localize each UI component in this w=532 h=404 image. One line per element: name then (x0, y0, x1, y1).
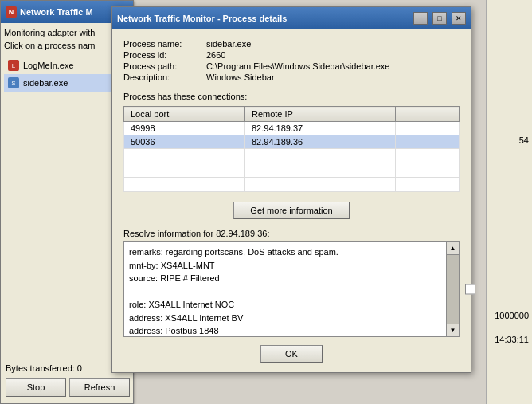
col-extra (396, 107, 460, 122)
bg-title: Network Traffic M (20, 7, 93, 17)
remote-ip-1: 82.94.189.37 (244, 122, 395, 135)
process-path-label: Process path: (123, 61, 203, 71)
resolve-line-4 (129, 285, 440, 299)
scroll-thumb (447, 255, 459, 324)
minimize-button[interactable]: _ (413, 12, 428, 25)
local-port-1: 49998 (124, 122, 245, 135)
resolve-line-6: address: XS4ALL Internet BV (129, 312, 440, 325)
remote-ip-2: 82.94.189.36 (244, 135, 395, 149)
logmein-label: LogMeIn.exe (23, 61, 74, 70)
dialog-titlebar: Network Traffic Monitor - Process detail… (112, 7, 471, 29)
resolve-line-3: source: RIPE # Filtered (129, 272, 440, 285)
bg-buttons: Stop Refresh (6, 378, 130, 397)
col-remote-ip: Remote IP (244, 107, 395, 122)
process-details-dialog: Network Traffic Monitor - Process detail… (111, 6, 471, 373)
logmein-icon: L (8, 60, 19, 71)
resolve-checkbox[interactable] (465, 284, 475, 295)
table-row[interactable]: 49998 82.94.189.37 (124, 122, 460, 135)
resolve-box[interactable]: remarks: regarding portscans, DoS attack… (123, 241, 460, 337)
process-id-label: Process id: (123, 50, 203, 60)
table-row-empty2 (124, 163, 460, 178)
ok-button[interactable]: OK (260, 345, 323, 363)
get-more-info-container: Get more information (123, 202, 460, 219)
process-id-value: 2660 (206, 50, 460, 60)
right-num2: 1000000 (495, 311, 529, 320)
resolve-scrollbar[interactable]: ▲ ▼ (446, 242, 459, 336)
process-path-value: C:\Program Files\Windows Sidebar\sidebar… (206, 61, 460, 71)
dialog-title: Network Traffic Monitor - Process detail… (117, 14, 409, 23)
table-row-empty1 (124, 149, 460, 163)
local-port-2: 50036 (124, 135, 245, 149)
resolve-line-7: address: Postbus 1848 (129, 324, 440, 337)
resolve-line-5: role: XS4ALL Internet NOC (129, 298, 440, 312)
resolve-section: remarks: regarding portscans, DoS attack… (123, 241, 460, 337)
stop-button[interactable]: Stop (6, 378, 66, 397)
right-time: 14:33:11 (495, 335, 529, 344)
close-button[interactable]: ✕ (452, 12, 466, 25)
table-row-empty3 (124, 178, 460, 192)
sidebar-label: sidebar.exe (23, 78, 68, 88)
process-name-label: Process name: (123, 39, 203, 49)
table-row[interactable]: 50036 82.94.189.36 (124, 135, 460, 149)
maximize-button[interactable]: □ (432, 12, 447, 25)
connections-title: Process has these connections: (123, 92, 460, 101)
resolve-line-1: remarks: regarding portscans, DoS attack… (129, 245, 440, 259)
process-info-grid: Process name: sidebar.exe Process id: 26… (123, 39, 460, 82)
col-local-port: Local port (124, 107, 245, 122)
description-value: Windows Sidebar (206, 73, 460, 82)
resolve-line-2: mnt-by: XS4ALL-MNT (129, 259, 440, 273)
resolve-label: Resolve information for 82.94.189.36: (123, 229, 460, 238)
ok-btn-row: OK (123, 345, 460, 363)
right-panel: 54 1000000 14:33:11 (486, 0, 532, 404)
scroll-up-button[interactable]: ▲ (447, 242, 459, 255)
get-more-info-button[interactable]: Get more information (233, 202, 349, 219)
refresh-button[interactable]: Refresh (69, 378, 130, 397)
process-name-value: sidebar.exe (206, 39, 460, 49)
scroll-down-button[interactable]: ▼ (447, 324, 459, 336)
resolve-content: remarks: regarding portscans, DoS attack… (129, 245, 454, 337)
right-num1: 54 (519, 135, 529, 145)
bg-app-icon: N (6, 6, 17, 18)
extra-2 (396, 135, 460, 149)
sidebar-icon: S (8, 77, 19, 88)
dialog-body: Process name: sidebar.exe Process id: 26… (112, 29, 471, 372)
checkbox-container (465, 284, 475, 295)
connections-table: Local port Remote IP 49998 82.94.189.37 … (123, 106, 460, 192)
description-label: Description: (123, 73, 203, 82)
extra-1 (396, 122, 460, 135)
